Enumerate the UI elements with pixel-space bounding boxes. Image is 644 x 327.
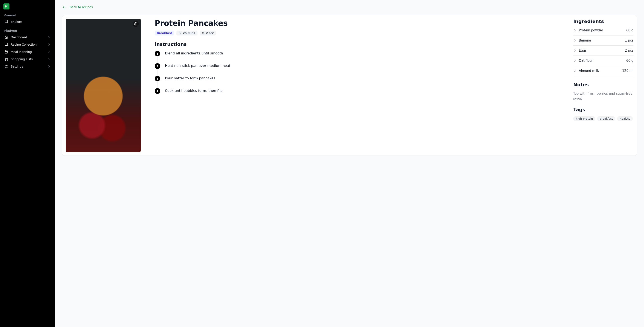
- chevron-right-icon: [573, 28, 577, 32]
- chevron-right-icon: [573, 59, 577, 62]
- svg-point-4: [6, 67, 6, 68]
- help-icon: [134, 22, 138, 26]
- tag[interactable]: breakfast: [597, 116, 616, 121]
- instructions-heading: Instructions: [155, 42, 560, 47]
- notes-text: Top with fresh berries and sugar-free sy…: [573, 91, 634, 101]
- recipe-image: [66, 19, 141, 152]
- instruction-step: 2Heat non-stick pan over medium heat: [155, 63, 560, 76]
- ingredient-amount: 60 g: [626, 28, 634, 32]
- step-text: Heat non-stick pan over medium heat: [165, 63, 230, 68]
- instruction-step: 3Pour batter to form pancakes: [155, 76, 560, 88]
- step-number: 1: [155, 51, 160, 56]
- logo-icon: [5, 5, 8, 8]
- ingredients-list: Protein powder60 gBanana1 pcsEggs2 pcsOa…: [573, 28, 634, 76]
- ingredient-name: Protein powder: [579, 28, 624, 32]
- instruction-step: 1Blend all ingredients until smooth: [155, 51, 560, 63]
- ingredient-amount: 60 g: [626, 59, 634, 62]
- back-link-label: Back to recipes: [70, 6, 93, 9]
- chevron-right-icon: [47, 65, 51, 68]
- sidebar-item-settings[interactable]: Settings: [2, 63, 52, 70]
- step-number: 2: [155, 63, 160, 69]
- time-label: 25 mins: [183, 32, 195, 35]
- tags-list: high-proteinbreakfasthealthy: [573, 116, 634, 121]
- sidebar-item-explore[interactable]: Explore: [2, 18, 52, 26]
- svg-point-9: [204, 32, 204, 33]
- step-text: Blend all ingredients until smooth: [165, 51, 223, 55]
- ingredient-name: Almond milk: [579, 69, 620, 73]
- home-icon: [4, 35, 8, 39]
- chevron-right-icon: [47, 36, 51, 39]
- notes-heading: Notes: [573, 82, 634, 87]
- sidebar-item-dashboard[interactable]: Dashboard: [2, 34, 52, 41]
- clock-icon: [178, 32, 182, 35]
- sidebar-item-recipe-collection[interactable]: Recipe Collection: [2, 41, 52, 48]
- sidebar-section-label: Platform: [2, 29, 52, 32]
- step-text: Pour batter to form pancakes: [165, 76, 215, 80]
- category-badge: Breakfast: [155, 30, 174, 36]
- sidebar-item-label: Meal Planning: [11, 50, 32, 54]
- chevron-right-icon: [47, 58, 51, 61]
- arrow-left-icon: [62, 5, 66, 9]
- sidebar-item-label: Settings: [11, 65, 23, 68]
- sidebar: GeneralExplorePlatformDashboardRecipe Co…: [0, 0, 55, 327]
- chevron-right-icon: [47, 50, 51, 54]
- sidebar-item-meal-planning[interactable]: Meal Planning: [2, 48, 52, 56]
- svg-rect-0: [5, 51, 8, 53]
- ingredients-heading: Ingredients: [573, 19, 634, 24]
- ingredient-name: Banana: [579, 38, 623, 42]
- calendar-icon: [4, 50, 8, 54]
- back-to-recipes-link[interactable]: Back to recipes: [62, 4, 93, 10]
- time-badge: 25 mins: [176, 30, 198, 36]
- sidebar-section-label: General: [2, 14, 52, 17]
- instruction-step: 4Cook until bubbles form, then flip: [155, 88, 560, 94]
- instructions-list: 1Blend all ingredients until smooth2Heat…: [155, 51, 560, 94]
- ingredient-row[interactable]: Eggs2 pcs: [573, 46, 634, 56]
- chevron-right-icon: [47, 43, 51, 46]
- svg-point-1: [6, 60, 6, 61]
- tag[interactable]: high-protein: [573, 116, 596, 121]
- tag[interactable]: healthy: [617, 116, 633, 121]
- sidebar-item-label: Explore: [11, 20, 22, 24]
- step-number: 3: [155, 76, 160, 81]
- chevron-right-icon: [573, 49, 577, 52]
- ingredient-amount: 1 pcs: [625, 38, 634, 42]
- ingredient-amount: 120 ml: [622, 69, 634, 73]
- tags-heading: Tags: [573, 107, 634, 112]
- ingredient-amount: 2 pcs: [625, 48, 634, 52]
- step-number: 4: [155, 88, 160, 94]
- sliders-icon: [4, 64, 8, 68]
- ingredient-row[interactable]: Almond milk120 ml: [573, 66, 634, 76]
- sidebar-item-label: Shopping Lists: [11, 58, 33, 61]
- servings-label: 2 srv: [206, 32, 214, 35]
- sidebar-item-shopping-lists[interactable]: Shopping Lists: [2, 56, 52, 63]
- ingredient-row[interactable]: Banana1 pcs: [573, 36, 634, 46]
- chevron-right-icon: [573, 39, 577, 42]
- sidebar-item-label: Dashboard: [11, 36, 27, 39]
- book-icon: [4, 42, 8, 46]
- sidebar-item-label: Recipe Collection: [11, 43, 37, 46]
- recipe-card: Protein Pancakes Breakfast 25 mins 2 srv…: [62, 15, 637, 156]
- app-logo[interactable]: [4, 4, 10, 10]
- recipe-title: Protein Pancakes: [155, 19, 560, 28]
- svg-point-8: [202, 32, 203, 33]
- step-text: Cook until bubbles form, then flip: [165, 88, 223, 93]
- ingredient-row[interactable]: Oat flour60 g: [573, 56, 634, 66]
- recipe-badges: Breakfast 25 mins 2 srv: [155, 30, 560, 36]
- recipe-side-column: Ingredients Protein powder60 gBanana1 pc…: [573, 19, 634, 152]
- sidebar-nav: GeneralExplorePlatformDashboardRecipe Co…: [2, 14, 52, 74]
- ingredient-name: Oat flour: [579, 59, 624, 62]
- chevron-right-icon: [573, 69, 577, 72]
- svg-point-3: [7, 66, 7, 66]
- svg-point-6: [136, 24, 136, 25]
- book-icon: [4, 20, 8, 24]
- svg-point-2: [7, 60, 7, 61]
- image-help-button[interactable]: [133, 21, 139, 27]
- main-content: Back to recipes Protein Pancakes Breakfa…: [55, 0, 644, 327]
- users-icon: [202, 32, 205, 35]
- ingredient-name: Eggs: [579, 48, 623, 52]
- servings-badge: 2 srv: [200, 30, 216, 36]
- recipe-main-column: Protein Pancakes Breakfast 25 mins 2 srv…: [155, 19, 560, 152]
- cart-icon: [4, 57, 8, 61]
- ingredient-row[interactable]: Protein powder60 g: [573, 28, 634, 36]
